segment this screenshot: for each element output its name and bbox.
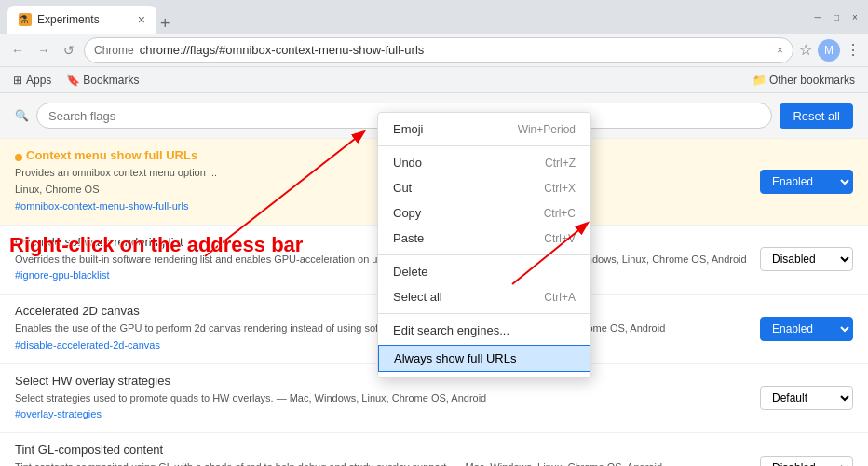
context-menu-separator xyxy=(378,254,590,255)
address-bar[interactable]: Chrome × xyxy=(84,37,793,63)
experiments-tab[interactable]: ⚗ Experiments × xyxy=(7,6,156,34)
context-menu-item-label: Always show full URLs xyxy=(394,351,517,365)
context-menu-separator xyxy=(378,313,590,314)
context-menu-item[interactable]: Copy Ctrl+C xyxy=(378,200,590,226)
context-menu-shortcut: Ctrl+X xyxy=(544,182,576,195)
flag-item: Tint GL-composited content Tint contents… xyxy=(0,433,868,466)
apps-label: Apps xyxy=(26,74,51,87)
context-menu-item[interactable]: Paste Ctrl+V xyxy=(378,226,590,251)
flag-title: Tint GL-composited content xyxy=(15,443,163,457)
flag-control[interactable]: Enabled Default Enabled Disabled xyxy=(760,317,853,341)
context-menu-item-label: Emoji xyxy=(393,122,424,136)
flag-select[interactable]: Disabled Default Enabled Disabled xyxy=(760,456,853,466)
flag-select[interactable]: Enabled Default Enabled Disabled xyxy=(760,317,853,341)
context-menu-item-label: Copy xyxy=(393,206,421,220)
flag-title: Accelerated 2D canvas xyxy=(15,304,140,318)
context-menu-item[interactable]: Undo Ctrl+Z xyxy=(378,150,590,175)
flag-title: Context menu show full URLs xyxy=(26,148,197,162)
context-menu-item-label: Edit search engines... xyxy=(393,323,509,337)
other-bookmarks-button[interactable]: 📁 Other bookmarks xyxy=(747,72,861,89)
flag-control[interactable]: Disabled Default Enabled Disabled xyxy=(760,247,853,271)
context-menu-item-label: Select all xyxy=(393,290,442,304)
context-menu-separator xyxy=(378,145,590,146)
apps-icon: ⊞ xyxy=(13,74,22,87)
reset-all-button[interactable]: Reset all xyxy=(780,103,853,129)
flag-description: Select strategies used to promote quads … xyxy=(15,391,853,405)
new-tab-button[interactable]: + xyxy=(160,14,170,34)
maximize-button[interactable]: □ xyxy=(831,11,842,22)
url-input[interactable] xyxy=(140,43,771,57)
bookmarks-button[interactable]: 🔖 Bookmarks xyxy=(61,72,144,89)
context-menu-item[interactable]: Always show full URLs xyxy=(378,345,590,372)
minimize-button[interactable]: ─ xyxy=(812,11,823,22)
chrome-menu-button[interactable]: ⋮ xyxy=(846,41,861,59)
titlebar: ⚗ Experiments × + ─ □ × xyxy=(0,0,868,34)
context-menu-item-label: Cut xyxy=(393,181,412,195)
other-bookmarks-label: Other bookmarks xyxy=(769,74,855,87)
bookmark-star-button[interactable]: ☆ xyxy=(799,41,812,59)
bookmarks-icon: 🔖 xyxy=(66,74,80,87)
context-menu-shortcut: Ctrl+A xyxy=(544,291,576,304)
flag-control[interactable]: Disabled Default Enabled Disabled xyxy=(760,456,853,466)
window-controls: ─ □ × xyxy=(812,11,861,22)
search-icon: 🔍 xyxy=(15,109,29,122)
context-menu-shortcut: Ctrl+V xyxy=(544,232,576,245)
flag-link[interactable]: #overlay-strategies xyxy=(15,408,853,419)
tab-close-button[interactable]: × xyxy=(138,12,145,27)
context-menu-shortcut: Ctrl+C xyxy=(544,207,576,220)
other-bookmarks-icon: 📁 xyxy=(753,74,766,87)
flag-title: Select HW overlay strategies xyxy=(15,374,170,388)
tab-strip: ⚗ Experiments × + xyxy=(7,0,170,34)
context-menu-shortcut: Win+Period xyxy=(518,123,576,136)
context-menu-item[interactable]: Select all Ctrl+A xyxy=(378,284,590,309)
apps-button[interactable]: ⊞ Apps xyxy=(7,72,57,89)
tab-favicon: ⚗ xyxy=(19,13,32,26)
context-menu-item[interactable]: Emoji Win+Period xyxy=(378,116,590,142)
context-menu-item-label: Delete xyxy=(393,265,428,279)
flag-select[interactable]: Default Default Enabled Disabled xyxy=(760,386,853,410)
bookmarks-bar: ⊞ Apps 🔖 Bookmarks 📁 Other bookmarks xyxy=(0,67,868,93)
tab-title: Experiments xyxy=(37,13,132,26)
addressbar-row: ← → ↺ Chrome × ☆ M ⋮ xyxy=(0,34,868,67)
context-menu-item[interactable]: Edit search engines... xyxy=(378,318,590,343)
bookmarks-label: Bookmarks xyxy=(83,74,139,87)
flag-title: Override software rendering list xyxy=(15,235,183,249)
reload-button[interactable]: ↺ xyxy=(60,41,78,60)
context-menu-item-label: Undo xyxy=(393,156,422,170)
context-menu-item[interactable]: Delete xyxy=(378,259,590,284)
back-button[interactable]: ← xyxy=(7,41,28,60)
site-icon: Chrome xyxy=(94,44,134,57)
close-window-button[interactable]: × xyxy=(849,11,861,22)
flag-title-row: Tint GL-composited content xyxy=(15,443,853,460)
flag-select[interactable]: Enabled Default Enabled Disabled xyxy=(760,170,853,194)
forward-button[interactable]: → xyxy=(34,41,54,60)
flag-description: Tint contents composited using GL with a… xyxy=(15,460,853,466)
context-menu[interactable]: Emoji Win+Period Undo Ctrl+Z Cut Ctrl+X … xyxy=(377,112,591,378)
context-menu-shortcut: Ctrl+Z xyxy=(545,157,576,170)
flag-modified-dot xyxy=(15,154,22,161)
profile-avatar[interactable]: M xyxy=(818,39,840,62)
url-clear-button[interactable]: × xyxy=(777,44,783,57)
flag-control[interactable]: Enabled Default Enabled Disabled xyxy=(760,170,853,194)
flag-select[interactable]: Disabled Default Enabled Disabled xyxy=(760,247,853,271)
context-menu-item[interactable]: Cut Ctrl+X xyxy=(378,175,590,200)
main-content: 🔍 Reset all Context menu show full URLs … xyxy=(0,93,868,466)
context-menu-item-label: Paste xyxy=(393,231,424,245)
flag-control[interactable]: Default Default Enabled Disabled xyxy=(760,386,853,410)
